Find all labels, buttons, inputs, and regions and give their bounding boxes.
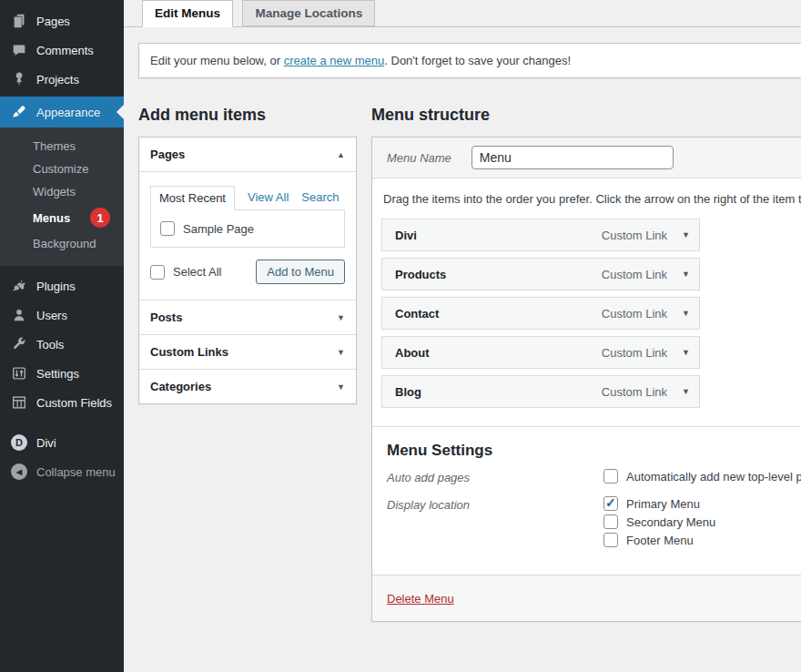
pages-icon (11, 13, 27, 29)
checkbox-label: Sample Page (183, 222, 254, 236)
menu-item-label: Contact (395, 307, 602, 321)
sidebar-item-label: Projects (36, 73, 79, 87)
menu-item-type: Custom Link (602, 307, 667, 321)
menu-item-blog[interactable]: Blog Custom Link ▼ (381, 375, 700, 408)
chevron-down-icon: ▼ (337, 382, 345, 392)
sidebar-item-label: Pages (36, 15, 70, 28)
chevron-down-icon[interactable]: ▼ (682, 230, 690, 239)
sidebar-item-divi[interactable]: D Divi (0, 428, 124, 457)
auto-add-option: Automatically add new top-level pages to… (603, 469, 801, 484)
checkbox-label: Primary Menu (626, 497, 700, 511)
chevron-down-icon[interactable]: ▼ (682, 348, 690, 357)
step-badge: 1 (90, 208, 110, 228)
pages-accordion-header[interactable]: Pages ▲ (139, 137, 356, 172)
chevron-down-icon[interactable]: ▼ (682, 270, 690, 279)
menu-item-divi[interactable]: Divi Custom Link ▼ (381, 219, 700, 251)
sidebar-item-appearance[interactable]: Appearance (0, 97, 124, 127)
checkbox-label: Automatically add new top-level pages to… (626, 470, 801, 484)
collapse-arrow-icon: ◀ (11, 463, 27, 480)
display-location-label: Display location (387, 496, 603, 551)
menu-structure-panel: Menu Name Drag the items into the order … (371, 137, 801, 622)
list-item: Sample Page (160, 221, 335, 236)
checkbox-label: Footer Menu (626, 534, 694, 547)
tab-manage-locations[interactable]: Manage Locations (242, 0, 375, 26)
primary-menu-checkbox[interactable] (603, 496, 618, 511)
submenu-item-label: Themes (33, 139, 76, 153)
sidebar-item-pages[interactable]: Pages (0, 6, 124, 36)
submenu-item-background[interactable]: Background (0, 232, 124, 255)
select-all-checkbox[interactable] (150, 265, 165, 280)
subtab-search[interactable]: Search (301, 190, 339, 209)
chevron-down-icon[interactable]: ▼ (682, 387, 690, 396)
main-content: Edit Menus Manage Locations Edit your me… (124, 0, 801, 672)
checkbox-label: Select All (173, 265, 221, 279)
sidebar-item-label: Settings (36, 367, 79, 381)
select-all-group: Select All (150, 265, 221, 280)
footer-menu-checkbox[interactable] (603, 533, 618, 547)
sidebar-item-plugins[interactable]: Plugins (0, 271, 124, 300)
chevron-down-icon[interactable]: ▼ (682, 309, 690, 318)
drag-hint-text: Drag the items into the order you prefer… (383, 192, 801, 206)
menu-item-contact[interactable]: Contact Custom Link ▼ (381, 297, 700, 330)
custom-links-accordion-header[interactable]: Custom Links ▼ (139, 334, 356, 369)
tab-edit-menus[interactable]: Edit Menus (142, 0, 233, 27)
pages-accordion-body: Most Recent View All Search Sample Page (139, 172, 356, 300)
menu-item-label: Divi (395, 229, 602, 242)
accordion-title: Pages (150, 148, 185, 161)
settings-divider (372, 426, 801, 427)
menu-item-about[interactable]: About Custom Link ▼ (381, 336, 700, 369)
chevron-down-icon: ▼ (337, 313, 345, 322)
sidebar-item-comments[interactable]: Comments (0, 36, 124, 65)
delete-menu-link[interactable]: Delete Menu (387, 592, 454, 606)
sidebar-item-label: Divi (36, 436, 56, 450)
location-option-footer: Footer Menu (603, 533, 715, 547)
menu-item-products[interactable]: Products Custom Link ▼ (381, 258, 700, 290)
users-person-icon (11, 307, 27, 323)
create-new-menu-link[interactable]: create a new menu (284, 54, 385, 67)
submenu-item-customize[interactable]: Customize (0, 158, 124, 180)
appearance-brush-icon (11, 104, 27, 120)
submenu-item-menus[interactable]: Menus 1 (0, 203, 124, 232)
collapse-menu-button[interactable]: ◀ Collapse menu (0, 457, 124, 486)
menu-item-type: Custom Link (602, 346, 667, 360)
settings-sliders-icon (11, 365, 27, 382)
posts-accordion-header[interactable]: Posts ▼ (139, 300, 356, 334)
accordion-title: Custom Links (150, 345, 228, 359)
categories-accordion-header[interactable]: Categories ▼ (139, 369, 356, 403)
sidebar-item-projects[interactable]: Projects (0, 65, 124, 94)
subtab-view-all[interactable]: View All (248, 190, 289, 209)
auto-add-checkbox[interactable] (603, 469, 618, 484)
submenu-item-label: Widgets (33, 185, 76, 199)
accordion-title: Categories (150, 380, 211, 393)
menu-name-input[interactable] (471, 146, 674, 169)
secondary-menu-checkbox[interactable] (603, 514, 618, 529)
add-to-menu-button[interactable]: Add to Menu (256, 260, 345, 284)
location-option-primary: Primary Menu (603, 496, 715, 511)
sample-page-checkbox[interactable] (160, 221, 175, 236)
sidebar-item-label: Appearance (36, 106, 100, 119)
menu-structure-heading: Menu structure (371, 106, 801, 125)
sidebar-item-users[interactable]: Users (0, 300, 124, 330)
submenu-item-label: Menus (33, 211, 70, 225)
menu-settings-heading: Menu Settings (387, 442, 801, 460)
sidebar-item-settings[interactable]: Settings (0, 359, 124, 388)
sidebar-item-label: Custom Fields (36, 396, 112, 410)
sidebar-item-label: Tools (36, 338, 64, 351)
chevron-up-icon: ▲ (337, 150, 345, 159)
accordion-title: Posts (150, 311, 182, 324)
appearance-submenu: Themes Customize Widgets Menus 1 Backgro… (0, 127, 124, 266)
divi-icon: D (11, 434, 27, 451)
submenu-item-themes[interactable]: Themes (0, 135, 124, 158)
edit-menu-notice: Edit your menu below, or create a new me… (138, 43, 801, 78)
submenu-item-widgets[interactable]: Widgets (0, 180, 124, 203)
sidebar-item-label: Comments (36, 44, 94, 57)
notice-text: Edit your menu below, or (150, 54, 284, 67)
sidebar-item-tools[interactable]: Tools (0, 330, 124, 359)
nav-tabs: Edit Menus Manage Locations (124, 0, 801, 27)
admin-sidebar: Pages Comments Projects Appearance Theme… (0, 0, 124, 672)
custom-fields-grid-icon (11, 394, 27, 411)
sidebar-item-custom-fields[interactable]: Custom Fields (0, 388, 124, 417)
notice-text: . Don't forget to save your changes! (384, 54, 571, 67)
subtab-most-recent[interactable]: Most Recent (150, 186, 235, 210)
location-option-secondary: Secondary Menu (603, 514, 715, 529)
